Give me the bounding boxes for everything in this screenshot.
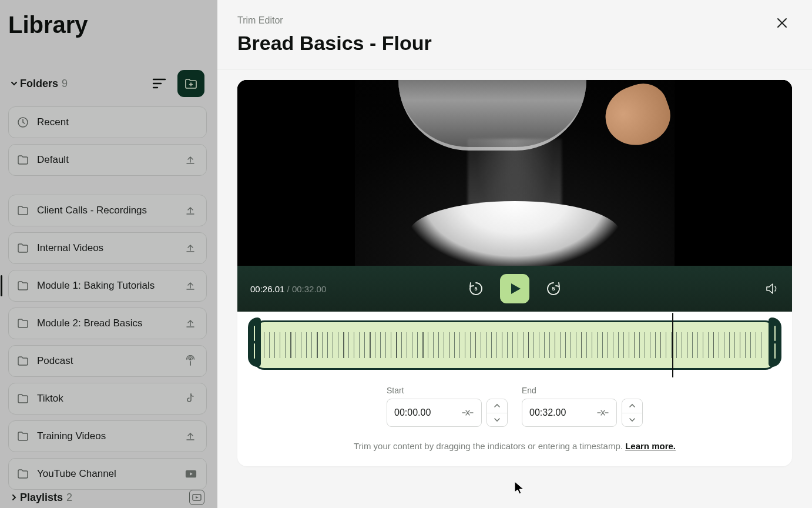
folder-icon xyxy=(17,355,29,367)
folder-item[interactable]: Client Calls - Recordings xyxy=(8,195,207,226)
modal-subtitle: Trim Editor xyxy=(237,15,792,26)
time-display: 00:26.01 / 00:32.00 xyxy=(250,284,326,294)
start-stepper xyxy=(486,399,508,427)
video-preview[interactable] xyxy=(237,80,792,266)
clock-icon xyxy=(17,116,29,128)
folder-icon xyxy=(17,242,29,254)
folder-item-label: Client Calls - Recordings xyxy=(37,205,185,216)
folder-item-label: Tiktok xyxy=(37,393,185,405)
upload-icon[interactable] xyxy=(185,280,197,292)
folder-icon xyxy=(17,317,29,329)
folder-item[interactable]: Podcast xyxy=(8,345,207,377)
trim-hint: Trim your content by dragging the indica… xyxy=(248,441,781,451)
podcast-icon[interactable] xyxy=(185,355,197,367)
end-stepper xyxy=(622,399,643,427)
folders-label: Folders xyxy=(20,78,58,90)
library-title: Library xyxy=(8,12,207,38)
duration: 00:32.00 xyxy=(292,284,326,294)
folder-item[interactable]: Module 1: Baking Tutorials xyxy=(8,270,207,302)
start-time-value: 00:00.00 xyxy=(394,407,455,418)
chevron-right-icon xyxy=(11,494,18,501)
start-step-down[interactable] xyxy=(487,413,507,427)
trim-editor-modal: Trim Editor Bread Basics - Flour 00:26.0… xyxy=(217,0,812,508)
playlists-toggle[interactable]: Playlists 2 xyxy=(11,492,184,504)
sidebar: Library Folders 9 RecentDefaultClient Ca… xyxy=(0,0,217,508)
video-frame xyxy=(237,80,792,266)
skip-back-button[interactable]: 5 xyxy=(467,280,485,298)
end-step-down[interactable] xyxy=(622,413,642,427)
folder-item-label: YouTube Channel xyxy=(37,468,185,480)
folder-item[interactable]: Recent xyxy=(8,106,207,138)
folder-item[interactable]: YouTube Channel xyxy=(8,458,207,490)
folder-item[interactable]: Default xyxy=(8,144,207,176)
folder-item-label: Internal Videos xyxy=(37,242,185,254)
trim-area: Start 00:00.00 xyxy=(237,312,792,466)
timeline-ticks xyxy=(264,332,766,358)
folders-count: 9 xyxy=(62,78,68,90)
skip-forward-seconds: 5 xyxy=(552,286,555,292)
time-inputs: Start 00:00.00 xyxy=(248,386,781,427)
chevron-down-icon xyxy=(11,80,18,87)
snap-start-icon[interactable] xyxy=(461,409,474,417)
folder-item-label: Recent xyxy=(37,116,197,128)
hint-text: Trim your content by dragging the indica… xyxy=(354,441,625,451)
upload-icon[interactable] xyxy=(185,317,197,329)
tiktok-icon[interactable] xyxy=(185,393,197,405)
end-step-up[interactable] xyxy=(622,399,642,413)
trim-track[interactable] xyxy=(253,320,777,370)
trim-handle-end[interactable] xyxy=(769,317,781,367)
current-time: 00:26.01 xyxy=(250,284,284,294)
playlists-count: 2 xyxy=(66,492,72,504)
folder-icon xyxy=(17,280,29,292)
modal-title: Bread Basics - Flour xyxy=(237,32,792,55)
trim-handle-start[interactable] xyxy=(248,317,261,367)
upload-icon[interactable] xyxy=(185,430,197,442)
volume-button[interactable] xyxy=(765,282,779,295)
end-time-group: End 00:32.00 xyxy=(522,386,643,427)
skip-back-seconds: 5 xyxy=(474,286,477,292)
skip-forward-button[interactable]: 5 xyxy=(545,280,562,298)
youtube-icon[interactable] xyxy=(185,468,197,480)
start-time-input[interactable]: 00:00.00 xyxy=(387,399,482,427)
svg-point-1 xyxy=(189,358,192,360)
trim-timeline[interactable] xyxy=(248,317,781,373)
divider xyxy=(217,69,812,69)
folders-header: Folders 9 xyxy=(8,70,207,97)
play-button[interactable] xyxy=(500,274,529,303)
folders-toggle[interactable]: Folders 9 xyxy=(11,78,141,90)
folder-item[interactable]: Internal Videos xyxy=(8,232,207,264)
folder-icon xyxy=(17,393,29,405)
folder-item-label: Module 2: Bread Basics xyxy=(37,317,185,329)
upload-icon[interactable] xyxy=(185,205,197,216)
folder-item[interactable]: Module 2: Bread Basics xyxy=(8,308,207,339)
close-button[interactable] xyxy=(776,16,788,29)
folder-icon xyxy=(17,468,29,480)
playhead-indicator[interactable] xyxy=(672,313,673,377)
folder-item[interactable]: Tiktok xyxy=(8,383,207,415)
end-label: End xyxy=(522,386,643,395)
folder-item-label: Podcast xyxy=(37,355,185,367)
folder-icon xyxy=(17,430,29,442)
folder-list: RecentDefaultClient Calls - RecordingsIn… xyxy=(8,106,207,490)
playlists-header: Playlists 2 xyxy=(8,490,207,505)
sort-button[interactable] xyxy=(146,70,173,97)
folder-icon xyxy=(17,205,29,216)
start-time-group: Start 00:00.00 xyxy=(387,386,508,427)
playlists-label: Playlists xyxy=(20,492,63,504)
folder-item-label: Module 1: Baking Tutorials xyxy=(37,280,185,292)
folder-item-label: Default xyxy=(37,154,185,166)
end-time-input[interactable]: 00:32.00 xyxy=(522,399,617,427)
start-label: Start xyxy=(387,386,508,395)
folder-item-label: Training Videos xyxy=(37,430,185,442)
snap-end-icon[interactable] xyxy=(596,409,609,417)
folder-icon xyxy=(17,154,29,166)
player-card: 00:26.01 / 00:32.00 5 5 xyxy=(237,80,792,466)
learn-more-link[interactable]: Learn more. xyxy=(625,441,676,451)
upload-icon[interactable] xyxy=(185,154,197,166)
new-playlist-button[interactable] xyxy=(189,490,204,505)
new-folder-button[interactable] xyxy=(177,70,204,97)
end-time-value: 00:32.00 xyxy=(529,407,590,418)
folder-item[interactable]: Training Videos xyxy=(8,420,207,452)
start-step-up[interactable] xyxy=(487,399,507,413)
upload-icon[interactable] xyxy=(185,242,197,254)
